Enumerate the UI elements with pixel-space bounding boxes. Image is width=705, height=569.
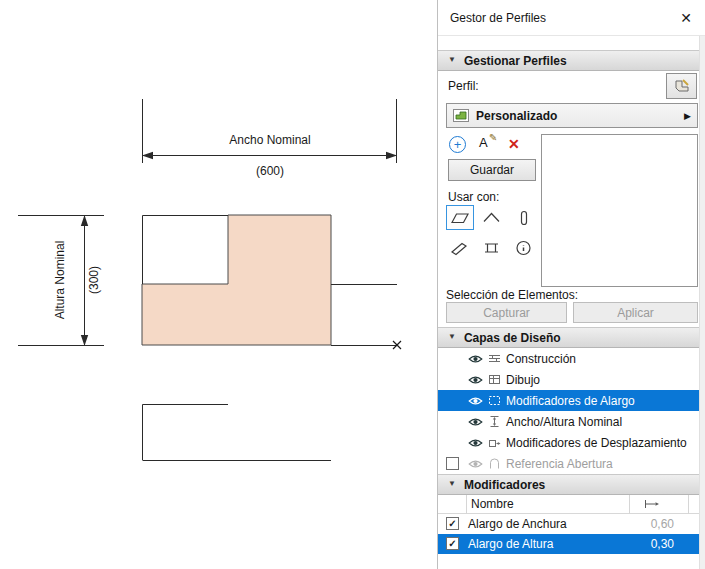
element-selection-label: Selección de Elementos: [446,288,578,302]
modifier-checkbox[interactable]: ✓ [446,517,459,530]
column-icon [514,209,534,227]
profile-label: Perfil: [448,79,479,93]
stretch-column-header-icon[interactable] [644,499,660,509]
save-button[interactable]: Guardar [448,159,536,181]
apply-button-label: Aplicar [617,306,654,320]
width-dim-label: Ancho Nominal [229,133,310,147]
column-divider [466,495,467,514]
construction-layer-icon [488,352,501,368]
use-with-roof-button[interactable] [478,205,506,230]
collapse-triangle-icon: ▼ [448,332,456,341]
reference-outline [143,405,332,461]
column-header-name[interactable]: Nombre [471,497,514,511]
dropdown-expand-icon: ▶ [684,111,691,121]
delete-profile-icon[interactable]: ✕ [508,136,520,152]
layer-row-stretch-modifiers[interactable]: Modificadores de Alargo [438,390,699,411]
add-profile-button[interactable]: + [449,136,466,153]
modifier-name: Alargo de Altura [468,537,553,551]
profile-preview-icon [453,109,469,122]
height-dim-value: (300) [87,266,101,294]
layer-row-opening-reference[interactable]: Referencia Abertura [438,453,699,474]
rename-pencil-icon: ✎ [489,132,497,143]
width-dimension [143,99,397,163]
section-modifiers-label: Modificadores [464,478,545,492]
visibility-eye-icon[interactable] [468,437,483,451]
layer-name: Modificadores de Desplazamiento [506,436,687,450]
check-icon: ✓ [448,539,456,549]
save-button-label: Guardar [470,163,514,177]
modifier-name: Alargo de Anchura [468,517,567,531]
section-manage-profiles[interactable]: ▼ Gestionar Perfiles [438,50,699,71]
rename-letter: A [479,135,488,150]
plus-icon: + [454,137,462,152]
use-with-railing-button[interactable] [478,235,506,260]
use-with-label: Usar con: [448,190,499,204]
modifier-table-header: Nombre [438,495,699,514]
profile-preview-listbox[interactable] [541,134,698,287]
height-dim-label: Altura Nominal [53,241,67,320]
nominal-size-layer-icon [488,415,501,431]
opening-reference-checkbox[interactable] [446,457,459,470]
railing-icon [482,239,502,257]
layer-name: Modificadores de Alargo [506,394,635,408]
width-dim-arrow-right [386,152,397,159]
width-dim-value: (600) [256,164,284,178]
section-manage-label: Gestionar Perfiles [464,54,567,68]
roof-icon [482,209,502,227]
wall-icon [450,209,470,227]
apply-button[interactable]: Aplicar [573,302,698,323]
width-dim-arrow-left [142,152,153,159]
rename-profile-button[interactable]: A ✎ [479,135,501,155]
panel-scrollbar[interactable] [699,36,705,569]
edit-profile-button[interactable] [666,73,697,99]
use-with-wall-button[interactable] [446,205,474,230]
visibility-eye-icon[interactable] [468,353,483,367]
section-layers-label: Capas de Diseño [464,331,561,345]
column-divider [629,495,630,514]
use-with-column-button[interactable] [510,205,538,230]
collapse-triangle-icon: ▼ [448,55,456,64]
layer-name: Ancho/Altura Nominal [506,415,622,429]
visibility-eye-icon[interactable] [468,395,483,409]
visibility-eye-icon[interactable] [468,374,483,388]
beam-icon [450,239,470,257]
use-with-info-button[interactable] [510,235,538,260]
profile-selected-value: Personalizado [476,109,684,123]
capture-button-label: Capturar [483,306,530,320]
layer-row-drawing[interactable]: Dibujo [438,369,699,390]
layer-name: Dibujo [506,373,540,387]
close-icon[interactable]: ✕ [677,9,695,27]
profile-dropdown[interactable]: Personalizado ▶ [446,103,698,128]
modifier-row-width-stretch[interactable]: ✓ Alargo de Anchura 0,60 [438,514,699,534]
modifier-value: 0,60 [629,517,674,531]
panel-title: Gestor de Perfiles [450,11,546,25]
collapse-triangle-icon: ▼ [448,479,456,488]
modifier-checkbox[interactable]: ✓ [446,537,459,550]
column-divider [688,495,689,514]
section-design-layers[interactable]: ▼ Capas de Diseño [438,327,699,348]
capture-button[interactable]: Capturar [446,302,567,323]
drawing-layer-icon [488,373,501,389]
profile-drawing-canvas[interactable]: Ancho Nominal (600) Altura Nominal (300) [0,0,437,569]
layer-name: Construcción [506,352,576,366]
edit-profile-icon [673,78,691,94]
offset-modifier-layer-icon [488,436,501,452]
layer-name: Referencia Abertura [506,457,613,471]
height-dim-arrow-bottom [81,335,88,346]
layer-row-construction[interactable]: Construcción [438,348,699,369]
layer-row-offset-modifiers[interactable]: Modificadores de Desplazamiento [438,432,699,453]
panel-titlebar: Gestor de Perfiles ✕ [438,0,705,36]
layer-row-nominal[interactable]: Ancho/Altura Nominal [438,411,699,432]
visibility-eye-icon[interactable] [468,416,483,430]
opening-reference-layer-icon [488,457,501,473]
modifier-row-height-stretch[interactable]: ✓ Alargo de Altura 0,30 [438,534,699,554]
use-with-beam-button[interactable] [446,235,474,260]
profile-shape[interactable] [142,215,331,345]
info-icon [514,239,534,257]
visibility-eye-icon[interactable] [468,458,483,472]
stretch-modifier-layer-icon [488,394,501,410]
profile-manager-window: Ancho Nominal (600) Altura Nominal (300)… [0,0,705,569]
profile-manager-panel: Gestor de Perfiles ✕ ▼ Gestionar Perfile… [437,0,705,569]
height-dim-arrow-top [81,215,88,226]
section-modifiers[interactable]: ▼ Modificadores [438,474,699,495]
